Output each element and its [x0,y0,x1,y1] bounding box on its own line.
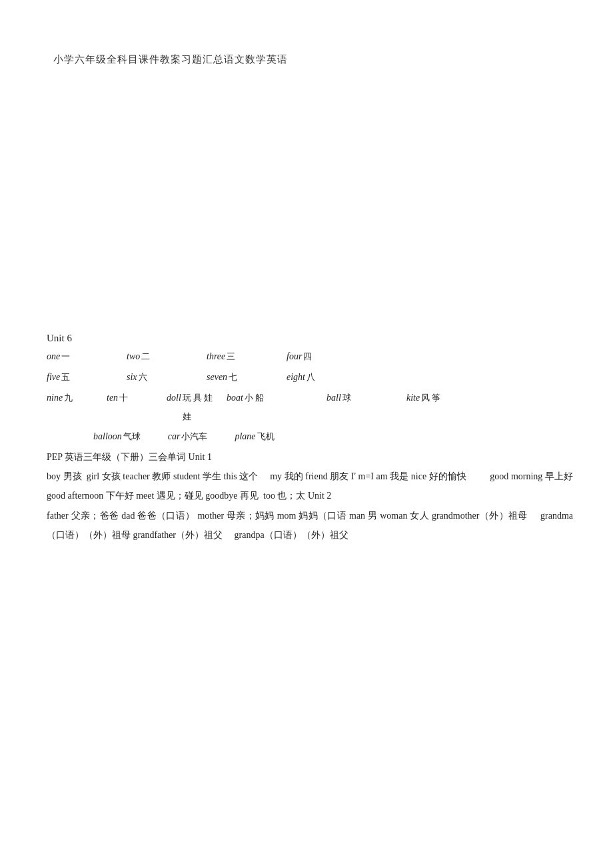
en-car: car [168,427,181,447]
en-seven: seven [207,367,227,388]
en-ten: ten [107,388,118,409]
zh-ten: 十 [119,389,128,408]
zh-nine: 九 [64,389,73,408]
header: 小学六年级全科目课件教案习题汇总语文数学英语 [0,0,613,79]
toys-row2: balloon 气球 car 小汽车 plane 飞机 [40,427,573,447]
en-four: four [287,347,302,367]
en-two: two [127,347,140,367]
vocab-ball: ball 球 [326,388,393,427]
page-title: 小学六年级全科目课件教案习题汇总语文数学英语 [53,53,560,66]
numbers-row2: five 五 six 六 seven 七 eight 八 [40,367,573,388]
en-three: three [207,347,225,367]
vocab-five: five 五 [47,367,113,388]
content-area: Unit 6 one 一 two 二 three 三 four 四 five [0,333,613,545]
en-five: five [47,367,60,388]
page: 小学六年级全科目课件教案习题汇总语文数学英语 Unit 6 one 一 two … [0,0,613,868]
zh-two: 二 [141,347,150,367]
en-one: one [47,347,60,367]
zh-kite: 风 筝 [421,389,440,408]
en-ball: ball [326,388,341,409]
vocab-seven: seven 七 [207,367,273,388]
vocab-six: six 六 [127,367,193,388]
zh-car: 小汽车 [181,427,207,447]
unit1-paragraph: boy 男孩 girl 女孩 teacher 教师 student 学生 thi… [40,467,573,506]
zh-three: 三 [227,347,235,367]
en-nine: nine [47,388,63,409]
vocab-one: one 一 [47,347,113,367]
zh-seven: 七 [229,368,237,387]
pep-title: PEP 英语三年级（下册）三会单词 Unit 1 [40,447,573,467]
numbers-row1: one 一 two 二 three 三 four 四 [40,347,573,367]
en-boat: boat [227,388,243,409]
numbers-row3: nine 九 ten 十 doll 玩 具 娃 娃 boat 小 船 ball … [40,388,573,427]
zh-ball: 球 [342,389,351,408]
en-plane: plane [235,427,255,447]
vocab-ten: ten 十 [107,388,153,427]
zh-plane: 飞机 [257,427,275,447]
vocab-plane: plane 飞机 [235,427,274,447]
vocab-nine: nine 九 [47,388,93,427]
vocab-kite: kite 风 筝 [406,388,493,427]
vocab-two: two 二 [127,347,193,367]
en-doll: doll [167,388,181,409]
en-balloon: balloon [93,427,122,447]
en-eight: eight [287,367,305,388]
unit6-label: Unit 6 [40,333,573,344]
zh-four: 四 [303,347,312,367]
en-kite: kite [406,388,420,409]
vocab-car: car 小汽车 [168,427,208,447]
zh-boat: 小 船 [245,389,264,408]
zh-eight: 八 [306,368,315,387]
zh-one: 一 [61,347,70,367]
vocab-doll: doll 玩 具 娃 娃 [167,388,213,427]
zh-balloon: 气球 [123,427,141,447]
vocab-balloon: balloon 气球 [93,427,141,447]
zh-doll: 玩 具 娃 娃 [183,389,213,427]
en-six: six [127,367,137,388]
vocab-four: four 四 [287,347,353,367]
unit2-paragraph: father 父亲；爸爸 dad 爸爸（口语） mother 母亲；妈妈 mom… [40,506,573,545]
vocab-three: three 三 [207,347,273,367]
zh-six: 六 [139,368,147,387]
zh-five: 五 [61,368,70,387]
vocab-eight: eight 八 [287,367,353,388]
vocab-boat: boat 小 船 [227,388,313,427]
